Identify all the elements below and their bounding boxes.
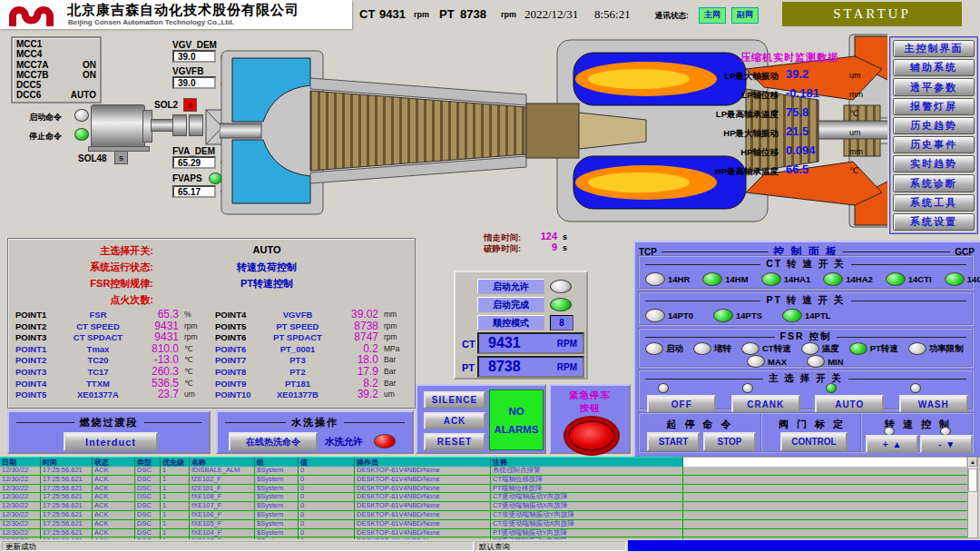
cell: fXE106_F <box>190 511 255 519</box>
col-header[interactable]: 类型 <box>135 457 161 467</box>
fvaps-label: FVAPS <box>172 173 202 183</box>
speed-down-button[interactable]: -▼ <box>920 435 973 453</box>
col-header[interactable]: 日期 <box>0 457 41 467</box>
table-row[interactable]: 12/30/2217:25:56.621ACKDSC1fXE108_F$Syst… <box>0 493 967 502</box>
emergency-stop-button[interactable] <box>568 420 615 451</box>
point-name: POINT7 <box>215 355 246 365</box>
master-button-off[interactable]: OFF <box>647 395 716 413</box>
alarm-table-scrollbar[interactable]: ▲ <box>967 457 978 538</box>
cell: DESKTOP-61V4NBD/None <box>355 529 491 537</box>
startstop-cell: 起 停 命 令 START STOP <box>640 414 760 451</box>
sol48-state-box: s <box>114 151 128 164</box>
col-header[interactable]: 注释 <box>491 457 683 467</box>
cell: 17:25:56.621 <box>41 529 93 537</box>
cell: $System <box>255 493 299 501</box>
reset-button[interactable]: RESET <box>424 433 485 450</box>
status-label: 点火次数: <box>8 293 153 307</box>
valve-control-button[interactable]: CONTROL <box>780 432 848 451</box>
start-button[interactable]: START <box>647 432 700 451</box>
master-button-crank[interactable]: CRANK <box>731 395 800 413</box>
col-header[interactable]: 组 <box>255 457 299 467</box>
fvaps-value: 65.17 <box>172 185 216 198</box>
point-name: POINT6 <box>215 344 246 354</box>
col-header[interactable]: 状态 <box>93 457 135 467</box>
switch-led <box>807 355 825 368</box>
cell: ACK <box>93 485 135 493</box>
cell: fXE108_F <box>190 493 255 501</box>
cell: 17:25:56.621 <box>41 493 93 501</box>
ct-box-value: 9431 <box>488 335 521 351</box>
table-row[interactable]: 12/30/2217:25:56.621ACKDSC1fZE101_F$Syst… <box>0 485 967 494</box>
up-triangle-icon: ▲ <box>892 439 901 449</box>
pt-box-label: PT <box>462 362 475 373</box>
ack-button[interactable]: ACK <box>424 412 485 429</box>
col-header[interactable]: 值 <box>299 457 355 467</box>
monitor-value: -0.181 <box>786 86 819 100</box>
table-row[interactable]: 12/30/2217:25:56.621ACKDSC1fXE104_F$Syst… <box>0 529 967 538</box>
sidebar-item-4[interactable]: 报警灯屏 <box>893 98 975 115</box>
switch-led <box>645 272 665 286</box>
cell-filler <box>683 476 967 484</box>
col-header[interactable]: 名称 <box>190 457 255 467</box>
mcc-row: MCC4 <box>16 49 96 59</box>
speed-up-button[interactable]: +▲ <box>866 435 918 453</box>
status-row: 主选择开关:AUTO <box>8 244 415 259</box>
sidebar-item-2[interactable]: 辅助系统 <box>893 59 975 76</box>
scrollbar-thumb[interactable] <box>968 468 977 492</box>
down-triangle-icon: ▼ <box>946 439 955 449</box>
sidebar-item-8[interactable]: 系统诊断 <box>893 174 975 192</box>
start-permit-led <box>550 280 572 293</box>
scroll-up-icon[interactable]: ▲ <box>968 458 977 467</box>
cell: ACK <box>93 520 135 528</box>
sidebar-item-3[interactable]: 透平参数 <box>893 78 975 95</box>
sidebar-item-5[interactable]: 历史趋势 <box>893 117 975 134</box>
table-row[interactable]: 12/30/2217:25:56.621ACKDSC1fXE106_F$Syst… <box>0 511 967 520</box>
cell: 17:25:56.621 <box>41 485 93 493</box>
master-AUTO: AUTO <box>808 383 892 413</box>
mcc-name: MCC7A <box>16 60 49 70</box>
sidebar-item-9[interactable]: 系统工具 <box>893 194 975 212</box>
sidebar-item-10[interactable]: 系统设置 <box>893 213 975 231</box>
master-led <box>910 383 921 393</box>
table-row[interactable]: 12/30/2217:25:56.621ACKDSC1fDISBALE_ALM$… <box>0 467 967 476</box>
cell: DESKTOP-61V4NBD/None <box>355 476 491 484</box>
switch-CT转速: CT转速 <box>741 342 791 355</box>
interduct-button[interactable]: Interduct <box>64 432 158 451</box>
startup-mode-button[interactable]: STARTUP <box>782 2 962 26</box>
table-row[interactable]: 12/30/2217:25:56.621ACKDSC1fXE107_F$Syst… <box>0 502 967 511</box>
nav-sidebar: 主控制界面辅助系统透平参数报警灯屏历史趋势历史事件实时趋势系统诊断系统工具系统设… <box>889 36 978 234</box>
cell: $System <box>255 467 299 475</box>
sidebar-item-6[interactable]: 历史事件 <box>893 136 975 153</box>
col-header[interactable]: 时间 <box>41 457 93 467</box>
silence-button[interactable]: SILENCE <box>424 391 485 409</box>
table-row[interactable]: 12/30/2217:25:56.621ACKDSC1fZE102_F$Syst… <box>0 476 967 485</box>
col-header[interactable]: 操作员 <box>355 457 491 467</box>
ct-speed-unit: rpm <box>414 10 429 19</box>
cell: ACK <box>93 502 135 510</box>
pt-switch-title: PT 转 速 开 关 <box>766 294 845 307</box>
coast-time-unit: s <box>563 232 567 242</box>
cell: 17:25:56.621 <box>41 520 93 528</box>
monitor-value: 75.8 <box>786 105 808 119</box>
cell: PT端轴位移故障 <box>491 485 683 493</box>
sidebar-item-7[interactable]: 实时趋势 <box>893 155 975 172</box>
master-button-auto[interactable]: AUTO <box>815 395 884 413</box>
combustion-title: 燃烧过渡段 <box>80 416 139 429</box>
switch-label: 14HA1 <box>784 274 811 284</box>
cell: 1 <box>161 502 190 510</box>
stop-button[interactable]: STOP <box>703 432 756 451</box>
master-button-wash[interactable]: WASH <box>899 395 968 413</box>
cell: $System <box>255 511 299 519</box>
cell-filler <box>683 502 967 510</box>
table-row[interactable]: 12/30/2217:25:56.621ACKDSC1fXE105_F$Syst… <box>0 520 967 529</box>
online-wash-button[interactable]: 在线热洗命令 <box>229 432 318 451</box>
mcc-status-box: MCC1MCC4MCC7AONMCC7BONDCC5DCC6AUTO <box>11 36 102 104</box>
switch-14PTL: 14PTL <box>782 309 831 322</box>
cell: 12/30/22 <box>0 529 41 537</box>
system-status-panel: 主选择开关:AUTO系统运行状态:转速负荷控制FSR控制规律:PT转速控制点火次… <box>7 238 416 409</box>
mcc-row: DCC5 <box>16 80 96 90</box>
sidebar-item-1[interactable]: 主控制界面 <box>893 40 975 57</box>
start-complete-chip: 启动完成 <box>477 297 544 312</box>
col-header[interactable]: 优先级 <box>161 457 190 467</box>
monitor-row: HP最大轴振动21.5um <box>679 124 906 143</box>
